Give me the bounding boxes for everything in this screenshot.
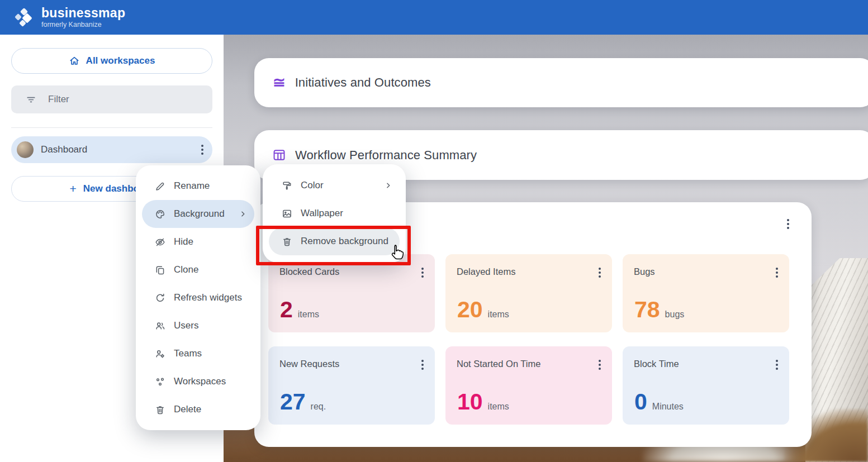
panel-initiatives-and-outcomes[interactable]: ≅ Initiatives and Outcomes — [254, 58, 868, 107]
trash-icon — [155, 404, 165, 415]
dashboard-context-menu: Rename Background Hide Clone — [136, 165, 260, 430]
card-title: Not Started On Time — [457, 359, 540, 369]
menu-item-wallpaper[interactable]: Wallpaper — [269, 199, 400, 227]
pencil-icon — [155, 181, 165, 192]
menu-item-users[interactable]: Users — [142, 312, 254, 340]
palette-icon — [155, 209, 165, 220]
card-value: 27 — [280, 390, 306, 413]
wallpaper-icon — [282, 208, 292, 219]
home-icon — [69, 55, 80, 66]
paint-roller-icon — [282, 180, 292, 191]
card-value: 2 — [280, 298, 293, 321]
card-title: Delayed Items — [457, 266, 515, 277]
menu-item-hide[interactable]: Hide — [142, 228, 254, 256]
sidebar-item-dashboard[interactable]: Dashboard — [11, 136, 212, 163]
chevron-right-icon — [385, 182, 392, 189]
menu-item-background[interactable]: Background — [142, 200, 254, 228]
metric-card-new-requests: New Requests 27 req. — [268, 346, 435, 425]
card-title: Bugs — [634, 266, 655, 277]
annotation-highlight-box — [256, 226, 411, 265]
menu-item-color[interactable]: Color — [269, 172, 400, 199]
metric-card-delayed-items: Delayed Items 20 items — [445, 254, 612, 332]
initiatives-icon: ≅ — [273, 75, 286, 91]
metric-card-blocked-cards: Blocked Cards 2 items — [268, 254, 435, 332]
card-unit: bugs — [665, 309, 685, 320]
card-title: New Requests — [279, 359, 339, 369]
menu-item-rename[interactable]: Rename — [142, 172, 254, 200]
widget-panel-menu-icon[interactable] — [787, 219, 789, 229]
businessmap-logo-icon — [15, 7, 35, 27]
all-workspaces-label: All workspaces — [86, 55, 155, 66]
card-menu-icon[interactable] — [599, 268, 601, 278]
card-menu-icon[interactable] — [599, 360, 601, 370]
metric-card-bugs: Bugs 78 bugs — [623, 254, 789, 332]
hand-cursor-icon — [390, 244, 405, 263]
menu-item-workspaces[interactable]: Workspaces — [142, 368, 254, 396]
filter-input[interactable]: Filter — [11, 85, 212, 113]
avatar — [17, 141, 34, 158]
chevron-right-icon — [239, 210, 247, 218]
teams-icon — [155, 349, 165, 359]
brand-tagline: formerly Kanbanize — [41, 21, 125, 28]
panel-title: Workflow Performance Summary — [295, 148, 477, 163]
eye-off-icon — [155, 237, 165, 247]
card-unit: items — [298, 309, 319, 320]
dashboard-kebab-menu-icon[interactable] — [201, 145, 203, 155]
panel-title: Initiatives and Outcomes — [295, 75, 431, 90]
menu-item-clone[interactable]: Clone — [142, 256, 254, 284]
card-title: Blocked Cards — [279, 266, 339, 277]
card-menu-icon[interactable] — [776, 360, 778, 370]
app-root: businessmap formerly Kanbanize All works… — [0, 0, 868, 462]
metric-card-block-time: Block Time 0 Minutes — [623, 346, 789, 425]
metric-card-not-started-on-time: Not Started On Time 10 items — [445, 346, 612, 425]
card-menu-icon[interactable] — [421, 360, 424, 370]
refresh-icon — [155, 293, 165, 303]
brand-logo[interactable]: businessmap formerly Kanbanize — [15, 6, 125, 28]
card-unit: items — [488, 309, 509, 320]
card-unit: req. — [311, 402, 326, 412]
filter-icon — [26, 94, 36, 105]
card-title: Block Time — [634, 359, 679, 369]
brand-name: businessmap — [41, 6, 125, 20]
plus-icon: + — [70, 182, 77, 196]
sidebar-divider — [11, 127, 212, 128]
menu-item-refresh-widgets[interactable]: Refresh widgets — [142, 284, 254, 312]
dashboard-label: Dashboard — [41, 144, 194, 155]
kanban-board-icon — [273, 149, 286, 161]
users-icon — [155, 321, 165, 331]
card-unit: Minutes — [652, 402, 684, 412]
clone-icon — [155, 265, 165, 275]
workspaces-icon — [155, 377, 165, 387]
card-unit: items — [488, 402, 509, 412]
card-value: 0 — [634, 390, 647, 413]
card-menu-icon[interactable] — [776, 268, 778, 278]
menu-item-teams[interactable]: Teams — [142, 340, 254, 368]
top-bar: businessmap formerly Kanbanize — [0, 0, 868, 35]
card-menu-icon[interactable] — [421, 268, 424, 278]
card-value: 10 — [457, 390, 483, 413]
card-value: 20 — [457, 298, 483, 321]
card-value: 78 — [634, 298, 660, 321]
all-workspaces-button[interactable]: All workspaces — [11, 48, 212, 74]
metric-cards-grid: Blocked Cards 2 items Delayed Items 20 i… — [268, 254, 789, 425]
filter-placeholder: Filter — [48, 94, 69, 105]
menu-item-delete[interactable]: Delete — [142, 396, 254, 423]
